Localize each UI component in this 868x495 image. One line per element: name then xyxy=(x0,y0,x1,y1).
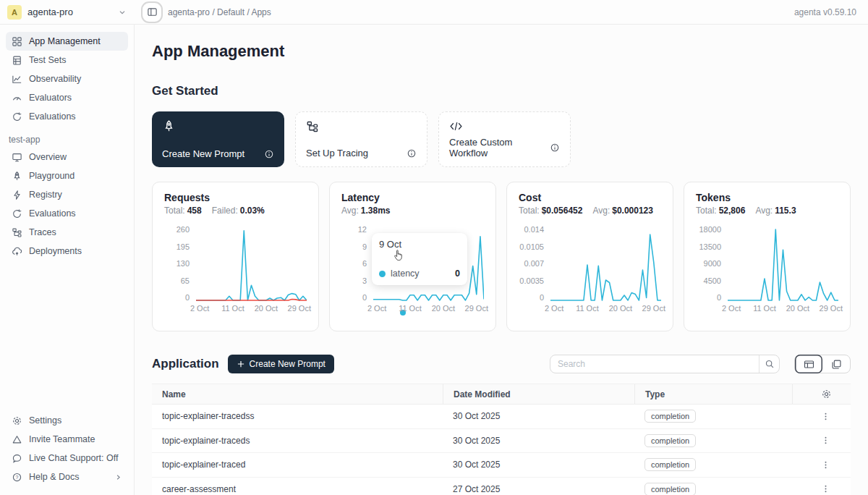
sidebar-item-label: Invite Teammate xyxy=(29,434,95,444)
set-up-tracing-card[interactable]: Set Up Tracing xyxy=(295,111,427,167)
info-icon[interactable] xyxy=(264,149,274,159)
row-menu-button[interactable] xyxy=(820,459,832,471)
create-new-prompt-card[interactable]: Create New Prompt xyxy=(152,111,284,167)
workspace-name: agenta-pro xyxy=(27,7,73,17)
sidebar-item-settings[interactable]: Settings xyxy=(6,411,128,430)
app-name: topic-explainer-traced xyxy=(152,460,443,470)
sidebar-item-invite-teammate[interactable]: Invite Teammate xyxy=(6,430,128,449)
help-icon: ? xyxy=(12,472,22,483)
sidebar-collapse-button[interactable] xyxy=(143,4,161,21)
table-row[interactable]: career-assessment 27 Oct 2025 completion xyxy=(152,478,851,495)
table-header: Name Date Modified Type xyxy=(152,384,851,405)
create-custom-workflow-card[interactable]: Create Custom Workflow xyxy=(438,111,571,167)
refresh-circle-icon xyxy=(12,208,22,219)
applications-table: Name Date Modified Type topic-explainer-… xyxy=(152,384,851,495)
cost-chart-card: Cost Total:$0.056452 Avg:$0.000123 0.014… xyxy=(506,182,673,331)
table-row[interactable]: topic-explainer-traceds 30 Oct 2025 comp… xyxy=(152,429,851,454)
metric-cards: Requests Total:458 Failed:0.03% 26019513… xyxy=(152,182,851,331)
sidebar-item-registry[interactable]: Registry xyxy=(6,185,128,204)
sidebar-item-app-management[interactable]: App Management xyxy=(6,32,128,51)
get-started-cards: Create New Prompt Set Up Tracing Create … xyxy=(152,111,851,167)
plus-icon xyxy=(237,360,245,368)
lightning-icon xyxy=(12,190,22,200)
chevron-down-icon xyxy=(117,7,127,17)
sidebar-item-playground[interactable]: Playground xyxy=(6,166,128,185)
requests-plot[interactable]: 2 Oct11 Oct20 Oct29 Oct xyxy=(196,225,307,314)
y-axis: 0.0140.01050.0070.00350 xyxy=(519,225,550,302)
info-icon[interactable] xyxy=(407,148,417,158)
column-name[interactable]: Name xyxy=(152,389,443,399)
row-menu-button[interactable] xyxy=(820,410,832,423)
tokens-plot[interactable]: 2 Oct11 Oct20 Oct29 Oct xyxy=(728,225,838,314)
chat-bubble-icon xyxy=(12,453,22,464)
x-axis: 2 Oct11 Oct20 Oct29 Oct xyxy=(550,304,661,314)
table-settings-icon[interactable] xyxy=(821,389,832,399)
sidebar-item-evaluators[interactable]: Evaluators xyxy=(6,88,128,107)
rocket-icon xyxy=(12,171,22,182)
grid-icon xyxy=(12,36,22,47)
test-sets-icon xyxy=(12,55,22,66)
info-icon[interactable] xyxy=(550,143,560,153)
application-heading: Application xyxy=(152,357,219,371)
table-row[interactable]: topic-explainer-traced 30 Oct 2025 compl… xyxy=(152,453,851,478)
sidebar-item-overview[interactable]: Overview xyxy=(6,148,128,166)
sidebar: App Management Test Sets Observability E… xyxy=(0,25,135,495)
create-new-prompt-button[interactable]: Create New Prompt xyxy=(228,355,334,373)
cloud-up-icon xyxy=(12,246,22,257)
sidebar-item-live-chat[interactable]: Live Chat Support: Off xyxy=(6,449,128,468)
breadcrumb[interactable]: agenta-pro / Default / Apps xyxy=(168,7,271,17)
workspace-switcher[interactable]: A agenta-pro xyxy=(0,5,135,20)
row-menu-button[interactable] xyxy=(820,483,832,495)
application-header: Application Create New Prompt xyxy=(152,355,851,373)
app-name: topic-explainer-traceds xyxy=(152,436,443,446)
sidebar-item-test-sets[interactable]: Test Sets xyxy=(6,51,128,69)
chart-title: Cost xyxy=(519,192,661,203)
sidebar-item-help-docs[interactable]: ? Help & Docs xyxy=(6,468,128,486)
search-input[interactable] xyxy=(550,359,759,369)
view-toggle xyxy=(794,355,851,373)
chart-title: Tokens xyxy=(696,192,838,203)
sidebar-item-label: Evaluations xyxy=(29,111,76,122)
y-axis: 129630 xyxy=(341,225,373,302)
refresh-circle-icon xyxy=(12,111,22,122)
table-view-button[interactable] xyxy=(795,355,822,373)
chart-stats: Total:$0.056452 Avg:$0.000123 xyxy=(519,206,661,216)
sidebar-item-label: Settings xyxy=(29,415,61,426)
row-menu-button[interactable] xyxy=(820,434,832,447)
x-axis: 2 Oct11 Oct20 Oct29 Oct xyxy=(196,304,307,314)
column-type[interactable]: Type xyxy=(634,384,792,404)
chart-stats: Total:458 Failed:0.03% xyxy=(164,206,307,216)
search-box xyxy=(550,355,780,373)
app-date: 30 Oct 2025 xyxy=(443,411,634,421)
app-date: 27 Oct 2025 xyxy=(443,484,634,494)
app-name: career-assessment xyxy=(152,484,443,494)
chart-stats: Total:52,806 Avg:115.3 xyxy=(696,206,838,216)
sidebar-item-observability[interactable]: Observability xyxy=(6,69,128,88)
button-label: Create New Prompt xyxy=(250,359,326,369)
code-icon xyxy=(449,120,560,132)
sidebar-item-app-evaluations[interactable]: Evaluations xyxy=(6,204,128,223)
app-name: topic-explainer-tracedss xyxy=(152,411,443,421)
column-date-modified[interactable]: Date Modified xyxy=(443,384,634,404)
sidebar-item-label: Registry xyxy=(29,190,62,200)
app-date: 30 Oct 2025 xyxy=(443,460,634,470)
sidebar-item-label: Overview xyxy=(29,152,67,162)
line-chart-icon xyxy=(12,74,22,85)
sidebar-item-deployments[interactable]: Deployments xyxy=(6,242,128,261)
sidebar-item-evaluations[interactable]: Evaluations xyxy=(6,107,128,126)
gear-icon xyxy=(12,415,22,426)
cost-plot[interactable]: 2 Oct11 Oct20 Oct29 Oct xyxy=(550,225,661,314)
search-icon[interactable] xyxy=(759,355,779,373)
panel-icon xyxy=(147,7,158,17)
table-row[interactable]: topic-explainer-tracedss 30 Oct 2025 com… xyxy=(152,405,851,429)
get-started-heading: Get Started xyxy=(152,84,851,98)
main-content: App Management Get Started Create New Pr… xyxy=(135,25,868,495)
card-label: Set Up Tracing xyxy=(306,148,368,158)
chart-stats: Avg:1.38ms xyxy=(341,206,484,216)
requests-chart-card: Requests Total:458 Failed:0.03% 26019513… xyxy=(152,182,319,331)
sidebar-item-traces[interactable]: Traces xyxy=(6,223,128,242)
card-view-button[interactable] xyxy=(822,355,850,373)
gauge-icon xyxy=(12,93,22,103)
sidebar-spacer xyxy=(6,261,128,411)
sidebar-item-label: Test Sets xyxy=(29,55,66,65)
